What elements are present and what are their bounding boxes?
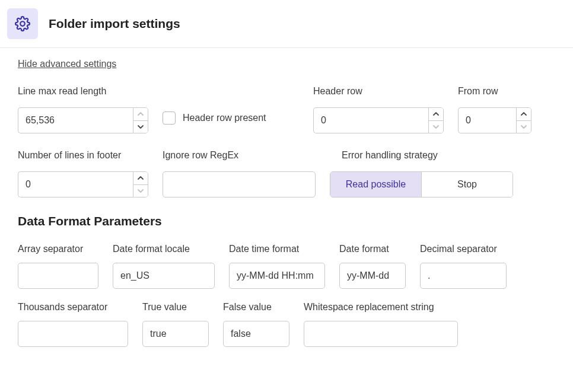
input-array-separator[interactable] bbox=[18, 263, 98, 289]
input-decimal-separator[interactable] bbox=[420, 263, 507, 289]
input-date-format-locale[interactable] bbox=[113, 263, 215, 289]
gear-icon bbox=[15, 16, 30, 31]
field-date-format: Date format bbox=[339, 244, 406, 289]
settings-icon-tile bbox=[7, 8, 38, 39]
settings-row-2: Number of lines in footer Ignore row Reg… bbox=[18, 150, 573, 197]
spin-down-button[interactable] bbox=[429, 120, 443, 133]
field-error-strategy: Error handling strategy Read possible St… bbox=[330, 150, 513, 197]
field-header-row: Header row bbox=[313, 86, 444, 133]
field-date-time-format: Date time format bbox=[229, 244, 325, 289]
label-date-format: Date format bbox=[339, 244, 406, 254]
label-error-strategy: Error handling strategy bbox=[342, 150, 513, 161]
spin-buttons bbox=[516, 107, 531, 133]
section-title-data-format: Data Format Parameters bbox=[18, 214, 573, 228]
field-line-max-read-length: Line max read length bbox=[18, 86, 148, 133]
field-array-separator: Array separator bbox=[18, 244, 98, 289]
spin-from-row bbox=[458, 107, 531, 133]
data-format-row-2: Thousands separator True value False val… bbox=[18, 302, 573, 347]
field-true-value: True value bbox=[142, 302, 209, 347]
input-date-time-format[interactable] bbox=[229, 263, 325, 289]
field-header-row-present: Header row present bbox=[163, 86, 299, 133]
input-thousands-separator[interactable] bbox=[18, 321, 128, 347]
label-header-row-present: Header row present bbox=[183, 113, 266, 123]
spin-up-button[interactable] bbox=[133, 108, 148, 120]
label-date-format-locale: Date format locale bbox=[113, 244, 215, 254]
spin-up-button[interactable] bbox=[517, 108, 531, 120]
input-footer-lines[interactable] bbox=[18, 171, 133, 197]
spin-buttons bbox=[428, 107, 444, 133]
field-from-row: From row bbox=[458, 86, 531, 133]
label-from-row: From row bbox=[458, 86, 531, 97]
label-false-value: False value bbox=[223, 302, 289, 313]
spin-line-max-read-length bbox=[18, 107, 148, 133]
seg-stop[interactable]: Stop bbox=[421, 172, 512, 197]
spin-down-button[interactable] bbox=[517, 120, 531, 133]
spin-up-button[interactable] bbox=[133, 172, 148, 184]
field-date-format-locale: Date format locale bbox=[113, 244, 215, 289]
input-whitespace-replacement[interactable] bbox=[304, 321, 458, 347]
input-date-format[interactable] bbox=[339, 263, 406, 289]
input-header-row[interactable] bbox=[313, 107, 428, 133]
field-ignore-regex: Ignore row RegEx bbox=[163, 150, 316, 197]
data-format-row-1: Array separator Date format locale Date … bbox=[18, 244, 573, 289]
dialog-header: Folder import settings bbox=[0, 0, 573, 48]
dialog-body: Hide advanced settings Line max read len… bbox=[0, 48, 573, 347]
checkbox-wrap-header-row-present: Header row present bbox=[163, 105, 299, 131]
dialog-title: Folder import settings bbox=[49, 17, 180, 31]
label-line-max-read-length: Line max read length bbox=[18, 86, 148, 97]
label-decimal-separator: Decimal separator bbox=[420, 244, 507, 254]
label-true-value: True value bbox=[142, 302, 209, 313]
field-whitespace-replacement: Whitespace replacement string bbox=[304, 302, 458, 347]
label-ignore-regex: Ignore row RegEx bbox=[163, 150, 316, 161]
segmented-error-strategy: Read possible Stop bbox=[330, 171, 513, 197]
label-date-time-format: Date time format bbox=[229, 244, 325, 254]
spin-buttons bbox=[133, 107, 148, 133]
spin-buttons bbox=[133, 171, 148, 197]
label-whitespace-replacement: Whitespace replacement string bbox=[304, 302, 458, 313]
label-array-separator: Array separator bbox=[18, 244, 98, 254]
field-thousands-separator: Thousands separator bbox=[18, 302, 128, 347]
settings-row-1: Line max read length Header row present … bbox=[18, 86, 573, 133]
input-true-value[interactable] bbox=[142, 321, 209, 347]
spin-footer-lines bbox=[18, 171, 148, 197]
label-footer-lines: Number of lines in footer bbox=[18, 150, 148, 161]
label-header-row: Header row bbox=[313, 86, 444, 97]
spin-down-button[interactable] bbox=[133, 120, 148, 133]
field-decimal-separator: Decimal separator bbox=[420, 244, 507, 289]
toggle-advanced-link[interactable]: Hide advanced settings bbox=[18, 59, 116, 69]
label-thousands-separator: Thousands separator bbox=[18, 302, 128, 313]
input-line-max-read-length[interactable] bbox=[18, 107, 133, 133]
input-from-row[interactable] bbox=[458, 107, 516, 133]
spin-up-button[interactable] bbox=[429, 108, 443, 120]
checkbox-header-row-present[interactable] bbox=[163, 111, 176, 125]
field-footer-lines: Number of lines in footer bbox=[18, 150, 148, 197]
spin-down-button[interactable] bbox=[133, 184, 148, 197]
input-false-value[interactable] bbox=[223, 321, 289, 347]
field-false-value: False value bbox=[223, 302, 289, 347]
input-ignore-regex[interactable] bbox=[163, 171, 316, 197]
spin-header-row bbox=[313, 107, 444, 133]
seg-read-possible[interactable]: Read possible bbox=[330, 172, 421, 197]
